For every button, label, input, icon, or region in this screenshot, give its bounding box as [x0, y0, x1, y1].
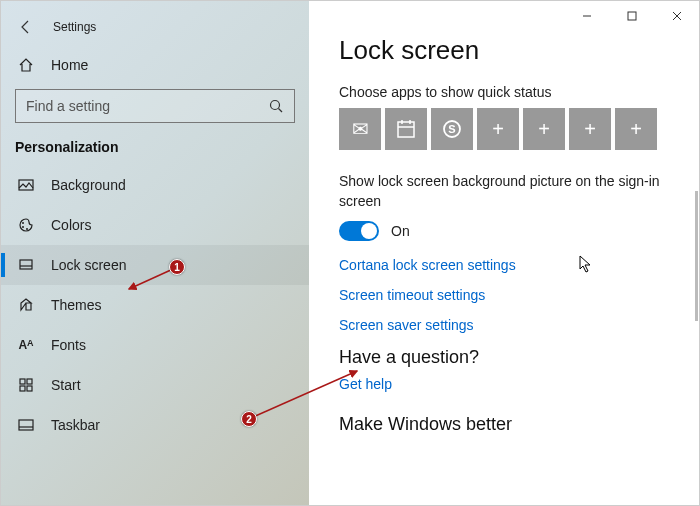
quick-status-tiles: ✉ S + + + +	[339, 108, 669, 150]
svg-rect-18	[398, 122, 414, 137]
home-icon	[15, 57, 37, 73]
svg-point-7	[22, 222, 24, 224]
colors-icon	[15, 217, 37, 233]
sidebar-item-taskbar[interactable]: Taskbar	[1, 405, 309, 445]
link-cortana[interactable]: Cortana lock screen settings	[339, 257, 669, 273]
show-lock-toggle-row: On	[339, 221, 669, 241]
svg-point-8	[22, 226, 24, 228]
scrollbar[interactable]	[695, 191, 698, 321]
back-button[interactable]	[15, 16, 37, 38]
search-box[interactable]	[15, 89, 295, 123]
mouse-cursor	[579, 255, 593, 273]
show-lock-toggle[interactable]	[339, 221, 379, 241]
calendar-icon	[395, 118, 417, 140]
svg-rect-1	[628, 12, 636, 20]
page-title: Lock screen	[339, 35, 669, 66]
section-title: Personalization	[1, 133, 309, 165]
nav-label: Colors	[51, 217, 91, 233]
add-tile[interactable]: +	[477, 108, 519, 150]
link-timeout[interactable]: Screen timeout settings	[339, 287, 669, 303]
lock-screen-icon	[15, 257, 37, 273]
add-tile[interactable]: +	[569, 108, 611, 150]
skype-tile[interactable]: S	[431, 108, 473, 150]
svg-rect-16	[19, 420, 33, 430]
nav-label: Fonts	[51, 337, 86, 353]
svg-rect-14	[20, 386, 25, 391]
svg-line-5	[279, 109, 283, 113]
sidebar-item-colors[interactable]: Colors	[1, 205, 309, 245]
calendar-tile[interactable]	[385, 108, 427, 150]
nav-label: Themes	[51, 297, 102, 313]
window-controls	[564, 1, 699, 31]
add-tile[interactable]: +	[523, 108, 565, 150]
add-icon: +	[492, 118, 504, 141]
home-nav[interactable]: Home	[1, 47, 309, 83]
sidebar-item-background[interactable]: Background	[1, 165, 309, 205]
settings-window: Settings Home Personalization Background	[0, 0, 700, 506]
sidebar: Settings Home Personalization Background	[1, 1, 309, 505]
sidebar-item-start[interactable]: Start	[1, 365, 309, 405]
nav-label: Background	[51, 177, 126, 193]
svg-rect-13	[27, 379, 32, 384]
sidebar-item-fonts[interactable]: AA Fonts	[1, 325, 309, 365]
annotation-marker-2: 2	[241, 411, 257, 427]
nav-label: Lock screen	[51, 257, 126, 273]
svg-point-4	[271, 101, 280, 110]
question-heading: Have a question?	[339, 347, 669, 368]
skype-icon: S	[441, 118, 463, 140]
start-icon	[15, 377, 37, 393]
close-button[interactable]	[654, 1, 699, 31]
sidebar-item-lock-screen[interactable]: Lock screen	[1, 245, 309, 285]
add-icon: +	[584, 118, 596, 141]
search-icon	[268, 98, 284, 114]
mail-tile[interactable]: ✉	[339, 108, 381, 150]
toggle-state-label: On	[391, 223, 410, 239]
themes-icon	[15, 297, 37, 313]
maximize-button[interactable]	[609, 1, 654, 31]
taskbar-icon	[15, 417, 37, 433]
mail-icon: ✉	[352, 117, 369, 141]
sidebar-item-themes[interactable]: Themes	[1, 285, 309, 325]
home-label: Home	[51, 57, 88, 73]
sidebar-topbar: Settings	[1, 13, 309, 47]
add-icon: +	[630, 118, 642, 141]
add-tile[interactable]: +	[615, 108, 657, 150]
fonts-icon: AA	[15, 338, 37, 352]
svg-point-9	[26, 228, 28, 230]
minimize-button[interactable]	[564, 1, 609, 31]
nav-label: Taskbar	[51, 417, 100, 433]
nav-label: Start	[51, 377, 81, 393]
add-icon: +	[538, 118, 550, 141]
annotation-marker-1: 1	[169, 259, 185, 275]
svg-rect-15	[27, 386, 32, 391]
search-input[interactable]	[26, 98, 268, 114]
content-pane: Lock screen Choose apps to show quick st…	[309, 1, 699, 505]
background-icon	[15, 177, 37, 193]
make-better-heading: Make Windows better	[339, 414, 669, 435]
link-get-help[interactable]: Get help	[339, 376, 669, 392]
choose-apps-label: Choose apps to show quick status	[339, 84, 669, 100]
show-lock-desc: Show lock screen background picture on t…	[339, 172, 669, 211]
svg-rect-12	[20, 379, 25, 384]
app-title: Settings	[53, 20, 96, 34]
svg-text:S: S	[448, 123, 455, 135]
svg-rect-10	[20, 260, 32, 269]
link-screensaver[interactable]: Screen saver settings	[339, 317, 669, 333]
